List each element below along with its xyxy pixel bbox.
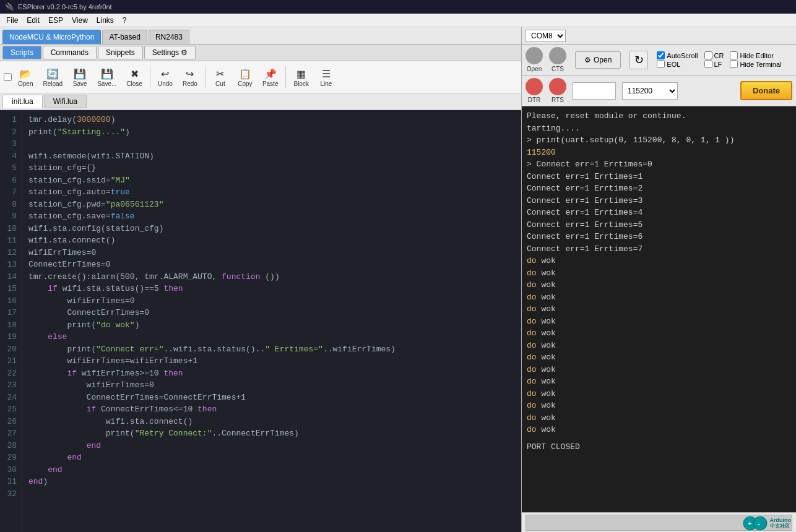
svg-text:-: - — [758, 520, 760, 527]
code-content[interactable]: tmr.delay(3000000) print("Starting....")… — [22, 110, 521, 532]
com-port-select[interactable]: COM8 — [526, 30, 566, 42]
block-icon: ▦ — [295, 67, 308, 80]
terminal-line: do wok — [527, 351, 791, 364]
line-button[interactable]: ☰ Line — [315, 66, 337, 88]
checkbox-group-3: Hide Editor Hide Terminal — [730, 51, 781, 68]
terminal-input-bar: + - Arduino 中文社区 — [522, 512, 796, 532]
select-all-checkbox[interactable] — [4, 73, 12, 81]
open-circle-icon — [526, 47, 543, 64]
tab-commands[interactable]: Commands — [43, 46, 97, 59]
baud-rate-select[interactable]: 300 1200 2400 4800 9600 19200 38400 5760… — [622, 82, 678, 100]
tab-nodemcu[interactable]: NodeMCU & MicroPython — [2, 30, 101, 44]
menu-links[interactable]: Links — [93, 15, 118, 26]
script-tabs-bar: Scripts Commands Snippets Settings ⚙ — [0, 45, 521, 61]
lf-checkbox[interactable] — [704, 60, 712, 68]
hide-editor-checkbox[interactable] — [730, 51, 738, 59]
reload-button[interactable]: 🔄 Reload — [39, 66, 66, 88]
menu-view[interactable]: View — [68, 15, 92, 26]
svg-point-1 — [753, 517, 767, 530]
checkbox-group-2: CR LF — [704, 51, 724, 68]
line-icon: ☰ — [319, 67, 333, 80]
rts-button[interactable]: RTS — [549, 78, 566, 103]
hide-editor-label[interactable]: Hide Editor — [730, 51, 781, 59]
autoscroll-checkbox[interactable] — [657, 51, 665, 59]
open-icon: 📂 — [19, 67, 32, 80]
terminal-line: do wok — [527, 388, 791, 400]
tab-scripts[interactable]: Scripts — [2, 46, 41, 59]
save-as-icon: 💾 — [100, 67, 114, 80]
com-controls-row1: Open CTS ⚙ Open ↻ — [522, 45, 796, 75]
terminal-line: 115200 — [527, 147, 791, 159]
cts-circle-icon — [549, 47, 566, 64]
terminal-line: Connect err=1 Errtimes=3 — [527, 195, 791, 207]
com-header: COM8 — [522, 27, 796, 45]
eol-checkbox[interactable] — [657, 60, 665, 68]
tab-at-based[interactable]: AT-based — [102, 30, 147, 44]
tab-rn2483[interactable]: RN2483 — [149, 30, 189, 44]
cut-icon: ✂ — [214, 67, 227, 80]
open-com-button[interactable]: Open — [526, 47, 543, 72]
open-big-button[interactable]: ⚙ Open — [575, 51, 621, 69]
paste-button[interactable]: 📌 Paste — [259, 66, 282, 88]
tab-settings[interactable]: Settings ⚙ — [144, 46, 196, 59]
terminal-output: Please, reset module or continue. tartin… — [522, 106, 796, 512]
terminal-line: > Connect err=1 Errtimes=0 — [527, 158, 791, 171]
terminal-line: do wok — [527, 364, 791, 376]
terminal-line: do wok — [527, 375, 791, 388]
app-title: ESPlorer v0.2.0-rc5 by 4refr0nt — [18, 3, 112, 11]
save-as-button[interactable]: 💾 Save... — [93, 66, 120, 88]
cts-button[interactable]: CTS — [549, 47, 566, 72]
menu-esp[interactable]: ESP — [45, 15, 67, 26]
arduino-logo-svg: + - — [743, 516, 768, 531]
terminal-line: Connect err=1 Errtimes=5 — [527, 219, 791, 231]
refresh-icon: ↻ — [634, 53, 644, 67]
hide-terminal-checkbox[interactable] — [730, 60, 738, 68]
redo-button[interactable]: ↪ Redo — [179, 66, 201, 88]
toolbar-separator-1 — [150, 66, 150, 88]
close-file-button[interactable]: ✖ Close — [123, 66, 146, 88]
menu-help[interactable]: ? — [119, 15, 131, 26]
menu-edit[interactable]: Edit — [23, 15, 43, 26]
terminal-line: do wok — [527, 255, 791, 267]
block-button[interactable]: ▦ Block — [290, 66, 312, 88]
cut-button[interactable]: ✂ Cut — [209, 66, 231, 88]
file-tab-init[interactable]: init.lua — [2, 95, 43, 108]
device-tabs: NodeMCU & MicroPython AT-based RN2483 — [0, 27, 521, 45]
terminal-line: do wok — [527, 412, 791, 424]
copy-button[interactable]: 📋 Copy — [234, 66, 256, 88]
menu-file[interactable]: File — [2, 15, 22, 26]
svg-text:+: + — [748, 520, 751, 527]
com-controls-row2: DTR RTS 300 1200 2400 4800 9600 19200 38… — [522, 75, 796, 106]
reload-icon: 🔄 — [46, 67, 59, 80]
dtr-circle-icon — [526, 78, 543, 95]
undo-button[interactable]: ↩ Undo — [154, 66, 176, 88]
dtr-button[interactable]: DTR — [526, 78, 543, 103]
donate-button[interactable]: Donate — [740, 81, 792, 100]
hide-terminal-label[interactable]: Hide Terminal — [730, 60, 781, 68]
open-button[interactable]: 📂 Open — [14, 66, 37, 88]
app-icon: 🔌 — [5, 2, 14, 11]
cr-checkbox[interactable] — [704, 51, 712, 59]
paste-icon: 📌 — [264, 67, 277, 80]
save-button[interactable]: 💾 Save — [69, 66, 91, 88]
redo-icon: ↪ — [183, 67, 197, 80]
lf-label[interactable]: LF — [704, 60, 724, 68]
terminal-line: do wok — [527, 279, 791, 291]
terminal-line: Connect err=1 Errtimes=1 — [527, 171, 791, 183]
terminal-line: do wok — [527, 340, 791, 352]
copy-icon: 📋 — [238, 67, 252, 80]
line-numbers: 12345 678910 1112131415 1617181920 21222… — [0, 110, 22, 532]
refresh-button[interactable]: ↻ — [629, 51, 648, 69]
autoscroll-label[interactable]: AutoScroll — [657, 51, 698, 59]
file-tabs: init.lua Wifi.lua — [0, 93, 521, 110]
cr-label[interactable]: CR — [704, 51, 724, 59]
tab-snippets[interactable]: Snippets — [98, 46, 143, 59]
com-input-field[interactable] — [573, 82, 616, 100]
eol-label[interactable]: EOL — [657, 60, 698, 68]
code-editor[interactable]: 12345 678910 1112131415 1617181920 21222… — [0, 110, 521, 532]
main-container: NodeMCU & MicroPython AT-based RN2483 Sc… — [0, 27, 796, 532]
toolbar-separator-3 — [285, 66, 286, 88]
terminal-line: Connect err=1 Errtimes=7 — [527, 243, 791, 255]
file-tab-wifi[interactable]: Wifi.lua — [44, 95, 87, 108]
terminal-line: do wok — [527, 424, 791, 436]
